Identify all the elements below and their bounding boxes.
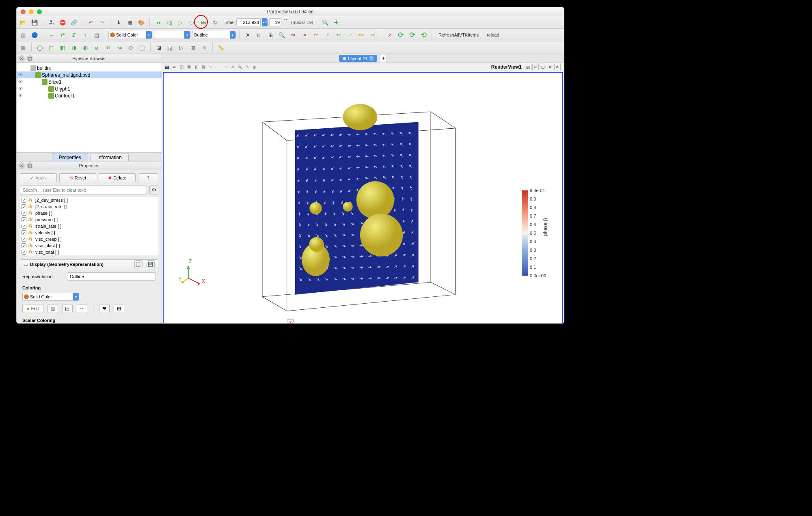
streamline-icon[interactable]: ↝ — [114, 43, 124, 52]
rescale-colormap-button[interactable]: ↔ — [77, 304, 87, 313]
save-state-icon[interactable]: 💾 — [30, 17, 39, 27]
edit-color-button[interactable]: ■Edit — [22, 304, 43, 313]
tab-information[interactable]: Information — [91, 153, 129, 162]
eye-icon[interactable]: 👁 — [18, 86, 24, 92]
source-box-icon[interactable]: ▢ — [46, 43, 56, 52]
reload-cw-icon[interactable]: ⟳ — [396, 30, 406, 40]
help-button[interactable]: ? — [138, 173, 158, 182]
loop-icon[interactable]: ↻ — [210, 17, 220, 27]
step-spinner-icon[interactable]: ▲▼ — [283, 18, 288, 26]
add-source-icon[interactable]: ✚ — [332, 17, 341, 27]
pipeline-item[interactable]: 👁 Spheres_multigrid.pvd — [17, 71, 162, 78]
reload-ccw-icon[interactable]: ⟲ — [419, 30, 428, 40]
split-h-icon[interactable]: ▯▯ — [525, 64, 531, 70]
zoom-to-data-icon[interactable]: 🔍 — [320, 17, 330, 27]
tab-properties[interactable]: Properties — [52, 153, 88, 162]
layout-tab[interactable]: ▦ Layout #1 ✕ — [339, 55, 377, 62]
bottom-close-icon[interactable]: ✕ — [287, 319, 294, 324]
connect-icon[interactable]: 🖧 — [46, 17, 56, 27]
minus-z-button[interactable]: -Z — [345, 30, 355, 40]
separate-colormap-button[interactable]: ❤ — [99, 304, 110, 313]
add-layout-button[interactable]: + — [380, 55, 387, 62]
choose-preset-button[interactable]: ⊞ — [114, 304, 124, 313]
axes-toggle-icon[interactable]: ⟀ — [254, 30, 264, 40]
reload-button[interactable]: reload — [484, 30, 503, 39]
rotate-plus90-button[interactable]: +90 — [356, 30, 366, 40]
last-frame-icon[interactable]: ⏭ — [199, 17, 208, 27]
redo-icon[interactable]: ↷ — [97, 17, 107, 27]
representation-select[interactable]: Outline — [67, 272, 156, 281]
split-v-icon[interactable]: ▭ — [532, 64, 539, 70]
extract-icon[interactable]: ◯ — [137, 43, 147, 52]
snowflake-icon[interactable]: ❄ — [199, 43, 209, 52]
display-section-header[interactable]: ▭ Display (GeometryRepresentation) 📋 💾 — [20, 259, 158, 269]
variable-checkbox[interactable]: ✓ — [22, 250, 26, 255]
close-view-icon[interactable]: ✕ — [554, 64, 561, 70]
show-colorbar-button[interactable]: ▥ — [48, 304, 58, 313]
selection-icon[interactable]: ◪ — [154, 43, 164, 52]
plus-y-button[interactable]: +Y — [311, 30, 321, 40]
ruler-icon[interactable]: 📏 — [216, 43, 226, 52]
first-frame-icon[interactable]: ⏮ — [153, 17, 163, 27]
close-tab-icon[interactable]: ✕ — [369, 56, 374, 61]
auto-apply-icon[interactable]: ⬇ — [114, 17, 123, 27]
reset-button[interactable]: ⟲Reset — [59, 173, 96, 182]
trash-icon[interactable]: 🗑 — [251, 64, 258, 70]
camera-icon[interactable]: 📷 — [164, 64, 170, 70]
contour-icon[interactable]: ◑ — [69, 43, 79, 52]
time-step-input[interactable] — [269, 18, 281, 26]
hover-points-icon[interactable]: · — [215, 64, 221, 70]
clip-icon[interactable]: ◐ — [80, 43, 90, 52]
rescale-range-icon[interactable]: ↔ — [46, 30, 56, 40]
glyph-icon[interactable]: ≋ — [103, 43, 113, 52]
rescale-custom-icon[interactable]: ⇄ — [58, 30, 67, 40]
link-icon[interactable]: 🔗 — [69, 17, 79, 27]
apply-button[interactable]: ✔Apply — [20, 173, 57, 182]
eye-icon[interactable]: 👁 — [18, 79, 24, 85]
time-spinner-icon[interactable]: ▲▼ — [262, 18, 268, 26]
palette-icon[interactable]: 🎨 — [136, 17, 146, 27]
camera-link-icon[interactable]: ↗ — [384, 30, 394, 40]
save-settings-icon[interactable]: 💾 — [147, 260, 155, 268]
select-cells-icon[interactable]: ▣ — [186, 64, 192, 70]
variable-checkbox[interactable]: ✓ — [22, 243, 26, 248]
plus-z-button[interactable]: +Z — [334, 30, 343, 40]
variable-checkbox[interactable]: ✓ — [22, 198, 26, 203]
minus-x-button[interactable]: -X — [300, 30, 309, 40]
coloring-select[interactable]: Solid Color ▾ — [22, 293, 79, 301]
spreadsheet-icon[interactable]: ▦ — [18, 43, 28, 52]
python-icon[interactable]: ▷ — [177, 43, 186, 52]
colorbar-vis-icon[interactable]: ▥ — [18, 30, 28, 40]
step-back-icon[interactable]: ◁| — [164, 17, 174, 27]
variable-checkbox[interactable]: ✓ — [22, 217, 26, 222]
grid-icon[interactable]: ⊞ — [266, 30, 275, 40]
edit-colormap-icon[interactable]: 🔵 — [30, 30, 39, 40]
pipeline-item[interactable]: 👁 Contour1 — [17, 92, 162, 99]
time-value-input[interactable] — [236, 18, 261, 26]
3d-icon[interactable]: 3D — [171, 64, 177, 70]
probe-icon[interactable]: ✎ — [244, 64, 251, 70]
interactive-select-icon[interactable]: ↖ — [207, 64, 214, 70]
warp-icon[interactable]: ⊙ — [126, 43, 136, 52]
maximize-view-icon[interactable]: ▢ — [540, 64, 546, 70]
select-points-icon[interactable]: ◫ — [178, 64, 185, 70]
edit-colormap-button[interactable]: ▤ — [62, 304, 73, 313]
refresh-vtk-button[interactable]: RefreshAllVTKItems — [435, 30, 482, 39]
hover-cells-icon[interactable]: □ — [222, 64, 229, 70]
pipeline-item[interactable]: 👁 Slice1 — [17, 78, 162, 85]
view-settings-icon[interactable]: ⚙ — [547, 64, 553, 70]
variable-checkbox[interactable]: ✓ — [22, 230, 26, 235]
copy-settings-icon[interactable]: 📋 — [134, 260, 143, 268]
chart-icon[interactable]: 📊 — [165, 43, 175, 52]
delete-button[interactable]: ✖Delete — [99, 173, 136, 182]
rescale-time-icon[interactable]: ↕ — [80, 30, 90, 40]
plus-x-button[interactable]: +X — [288, 30, 298, 40]
zoom-extents-icon[interactable]: 🔍 — [277, 30, 287, 40]
preset-icon[interactable]: ▤ — [92, 30, 102, 40]
eye-icon[interactable]: 👁 — [18, 72, 24, 78]
reload-cw2-icon[interactable]: ⟳ — [407, 30, 417, 40]
undo-icon[interactable]: ↶ — [86, 17, 95, 27]
select-frustum-icon[interactable]: ◧ — [193, 64, 199, 70]
play-icon[interactable]: ▷ — [176, 17, 186, 27]
render-view[interactable]: X Y Z 9.8e-010.90.80.70.60.50.40.30.20.1… — [163, 72, 563, 324]
